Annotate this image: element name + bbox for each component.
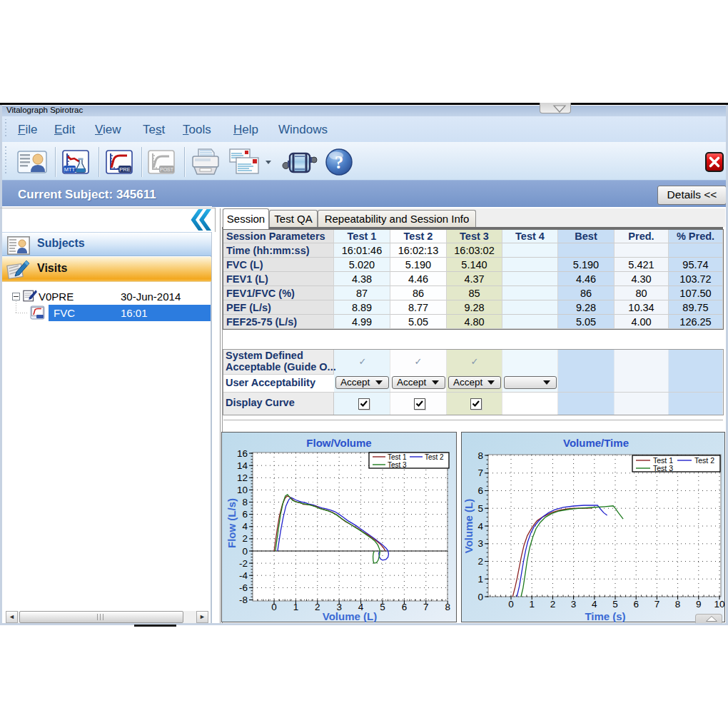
svg-text:2: 2 <box>550 599 556 610</box>
svg-text:14: 14 <box>237 460 248 471</box>
svg-text:-2: -2 <box>239 558 248 569</box>
svg-text:8: 8 <box>445 602 450 612</box>
svg-text:MTT: MTT <box>64 166 76 173</box>
svg-text:6: 6 <box>242 509 248 520</box>
svg-text:0: 0 <box>271 602 277 612</box>
svg-text:-8: -8 <box>239 595 248 605</box>
svg-text:0: 0 <box>242 546 248 557</box>
svg-text:Flow (L/s): Flow (L/s) <box>226 498 238 548</box>
svg-text:1: 1 <box>477 574 483 585</box>
svg-text:5: 5 <box>612 599 618 610</box>
svg-text:1: 1 <box>293 602 299 612</box>
svg-text:4: 4 <box>242 521 248 532</box>
svg-text:Test 2: Test 2 <box>425 453 444 461</box>
svg-text:7: 7 <box>477 467 483 478</box>
svg-text:Flow/Volume: Flow/Volume <box>306 437 371 449</box>
svg-text:Volume (L): Volume (L) <box>462 499 475 553</box>
svg-text:7: 7 <box>654 599 660 610</box>
svg-text:6: 6 <box>402 602 408 612</box>
svg-text:3: 3 <box>571 599 577 610</box>
svg-text:Volume (L): Volume (L) <box>323 610 377 622</box>
svg-text:?: ? <box>335 153 344 172</box>
svg-text:Volume/Time: Volume/Time <box>563 437 629 449</box>
svg-text:Time (s): Time (s) <box>585 610 625 622</box>
svg-text:10: 10 <box>237 485 248 495</box>
svg-text:2: 2 <box>477 556 483 567</box>
svg-text:7: 7 <box>423 602 429 612</box>
svg-text:8: 8 <box>242 497 248 507</box>
svg-text:4: 4 <box>592 599 597 610</box>
svg-text:5: 5 <box>380 602 385 612</box>
svg-text:2: 2 <box>242 533 248 544</box>
svg-text:-6: -6 <box>239 582 248 593</box>
svg-text:Test 3: Test 3 <box>653 464 673 472</box>
svg-text:16: 16 <box>237 448 248 459</box>
svg-text:0: 0 <box>477 592 483 602</box>
svg-text:12: 12 <box>237 472 248 483</box>
svg-text:Test 1: Test 1 <box>388 453 407 461</box>
svg-text:6: 6 <box>477 485 483 496</box>
svg-text:POST: POST <box>160 167 174 172</box>
svg-text:-4: -4 <box>239 570 248 581</box>
svg-text:4: 4 <box>477 521 483 532</box>
svg-text:3: 3 <box>477 538 483 549</box>
svg-text:9: 9 <box>696 599 702 610</box>
svg-text:10: 10 <box>714 599 724 610</box>
svg-text:Test 3: Test 3 <box>388 461 407 469</box>
svg-text:2: 2 <box>315 602 320 612</box>
svg-text:0: 0 <box>508 599 514 610</box>
svg-text:PRE: PRE <box>119 166 130 173</box>
svg-text:1: 1 <box>529 599 535 610</box>
svg-text:8: 8 <box>477 450 483 461</box>
svg-text:8: 8 <box>675 599 681 610</box>
svg-text:6: 6 <box>633 599 639 610</box>
svg-text:Test 2: Test 2 <box>694 456 714 465</box>
svg-text:5: 5 <box>477 503 483 514</box>
